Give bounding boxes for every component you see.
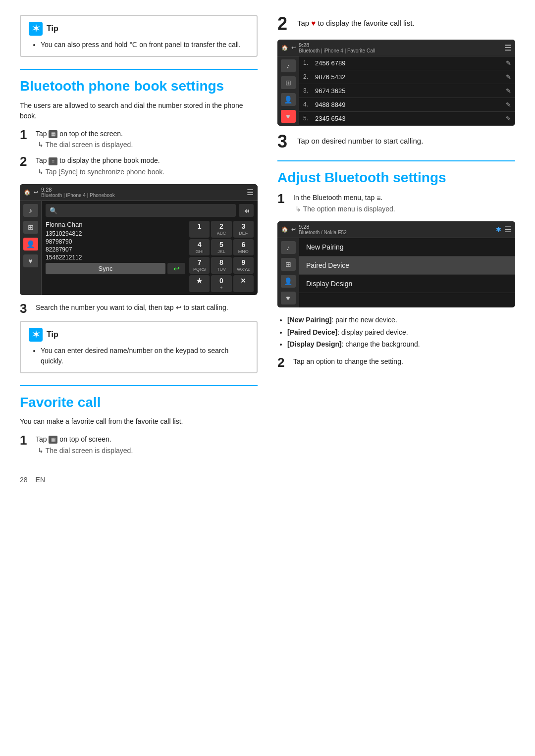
fav-entry-3-edit: ✎ bbox=[506, 87, 511, 95]
menu-icon-pb: ☰ bbox=[247, 188, 254, 197]
dial-icon: ▦ bbox=[49, 130, 57, 138]
tip-box-top: ✶ Tip You can also press and hold ℃ on f… bbox=[20, 15, 258, 57]
dial-icon-fav: ▦ bbox=[49, 436, 57, 444]
phonebook-screen-title-block: 9:28 Bluetooth | iPhone 4 | Phonebook bbox=[41, 187, 115, 198]
phonebook-screen-header: 🏠 ↩ 9:28 Bluetooth | iPhone 4 | Phoneboo… bbox=[20, 184, 258, 201]
key-star[interactable]: ★ bbox=[189, 275, 210, 292]
fav-menu-icon: ☰ bbox=[504, 43, 511, 52]
phonebook-heading: Bluetooth phone book settings bbox=[20, 78, 258, 95]
fav-entry-4-num: 4. bbox=[303, 101, 311, 108]
left-column: ✶ Tip You can also press and hold ℃ on f… bbox=[20, 15, 258, 484]
bt-step1-main: In the Bluetooth menu, tap ≡. bbox=[293, 192, 395, 203]
phonebook-main-area: 🔍 ⏮ Fionna Chan 13510294812 98798790 822… bbox=[42, 201, 258, 295]
phonebook-step1-sub: ↳ The dial screen is displayed. bbox=[36, 139, 133, 150]
page-footer: 28 EN bbox=[20, 476, 258, 484]
right-step3-text: Tap on desired number to start calling. bbox=[297, 137, 423, 145]
key-8[interactable]: 8TUV bbox=[211, 257, 231, 274]
tip-body-bottom: You can enter desired name/number on the… bbox=[29, 346, 249, 366]
bt-bullet-new-pairing: [New Pairing]: pair the new device. bbox=[287, 314, 515, 325]
bt-menu-icon: ☰ bbox=[504, 225, 511, 234]
phonebook-search-row: 🔍 ⏮ bbox=[46, 204, 254, 217]
phonebook-step2-number: 2 bbox=[20, 155, 31, 168]
tip-header-top: ✶ Tip bbox=[29, 22, 249, 36]
key-5[interactable]: 5JKL bbox=[211, 239, 231, 256]
fav-entry-3-num: 3. bbox=[303, 87, 311, 95]
phonebook-step3-main: Search the number you want to dial, then… bbox=[36, 302, 228, 313]
phonebook-content-area: Fionna Chan 13510294812 98798790 8228790… bbox=[46, 221, 254, 292]
key-4[interactable]: 4GHI bbox=[189, 239, 210, 256]
favorite-step1-sub: ↳ The dial screen is displayed. bbox=[36, 445, 133, 456]
fav-back-icon: ↩ bbox=[291, 45, 296, 51]
bt-menu-new-pairing[interactable]: New Pairing bbox=[299, 238, 515, 256]
phonebook-screen-title: Bluetooth | iPhone 4 | Phonebook bbox=[41, 193, 115, 198]
fav-time: 9:28 bbox=[299, 42, 375, 48]
phonebook-step1: 1 Tap ▦ on top of the screen. ↳ The dial… bbox=[20, 128, 258, 151]
tip-label-bottom: Tip bbox=[47, 330, 58, 339]
fav-entry-3: 3. 9674 3625 ✎ bbox=[299, 84, 515, 98]
fav-sidebar-contact: 👤 bbox=[281, 93, 296, 106]
call-button[interactable]: ↩ bbox=[167, 263, 185, 274]
fav-sidebar-heart: ♥ bbox=[281, 110, 296, 123]
key-6[interactable]: 6MNO bbox=[233, 239, 254, 256]
favorite-screen: 🏠 ↩ 9:28 Bluetooth | iPhone 4 | Favorite… bbox=[277, 40, 515, 126]
phonebook-step2: 2 Tap ≡ to display the phone book mode. … bbox=[20, 155, 258, 177]
right-step2: 2 Tap ♥ to display the favorite call lis… bbox=[277, 15, 515, 33]
phonebook-step3-number: 3 bbox=[20, 302, 31, 315]
key-2[interactable]: 2ABC bbox=[211, 221, 231, 238]
phonebook-bottom-row: Sync ↩ bbox=[46, 263, 185, 274]
fav-home-icon: 🏠 bbox=[281, 45, 288, 51]
contact-name-1: Fionna Chan bbox=[46, 221, 185, 228]
bt-header-right: ✱ ☰ bbox=[496, 225, 511, 234]
sidebar-contact-icon: 👤 bbox=[23, 238, 38, 251]
fav-title-block: 9:28 Bluetooth | iPhone 4 | Favorite Cal… bbox=[299, 42, 375, 53]
bluetooth-heading: Adjust Bluetooth settings bbox=[277, 169, 515, 186]
fav-entry-1-number: 2456 6789 bbox=[315, 59, 345, 67]
fav-sidebar-music: ♪ bbox=[281, 59, 296, 72]
key-9[interactable]: 9WXYZ bbox=[233, 257, 254, 274]
phonebook-screen: 🏠 ↩ 9:28 Bluetooth | iPhone 4 | Phoneboo… bbox=[20, 184, 258, 295]
phonebook-number-1: 13510294812 bbox=[46, 230, 185, 237]
fav-body-area: ♪ ⊞ 👤 ♥ 1. 2456 6789 ✎ 2. bbox=[277, 56, 515, 126]
phonebook-search-box: 🔍 bbox=[46, 204, 236, 217]
phonebook-back-btn: ⏮ bbox=[239, 204, 254, 217]
tip-text-top: You can also press and hold ℃ on front p… bbox=[41, 40, 249, 50]
favorite-heading: Favorite call bbox=[20, 394, 258, 411]
key-1[interactable]: 1 bbox=[189, 221, 210, 238]
tip-star-icon: ✶ bbox=[29, 22, 43, 36]
phonebook-step1-number: 1 bbox=[20, 128, 31, 141]
fav-entry-1-num: 1. bbox=[303, 59, 311, 67]
fav-entry-1-edit: ✎ bbox=[506, 59, 511, 67]
bt-settings-screen: 🏠 ↩ 9:28 Bluetooth / Nokia E52 ✱ ☰ ♪ ⊞ 👤 bbox=[277, 221, 515, 307]
bt-step1-content: In the Bluetooth menu, tap ≡. ↳ The opti… bbox=[293, 192, 395, 215]
key-delete[interactable]: ✕ bbox=[233, 275, 254, 292]
phonebook-numbers: 13510294812 98798790 82287907 1546221211… bbox=[46, 230, 185, 261]
bt-sidebar-music: ♪ bbox=[281, 241, 296, 254]
bt-sidebar-heart: ♥ bbox=[281, 292, 296, 304]
phonebook-body-area: ♪ ⊞ 👤 ♥ 🔍 ⏮ Fionna Chan bbox=[20, 201, 258, 295]
phonebook-body: The users are allowed to search and dial… bbox=[20, 101, 258, 121]
fav-entry-1-left: 1. 2456 6789 bbox=[303, 59, 345, 67]
key-3[interactable]: 3DEF bbox=[233, 221, 254, 238]
bt-bullets: [New Pairing]: pair the new device. [Pai… bbox=[277, 314, 515, 350]
fav-title: Bluetooth | iPhone 4 | Favorite Call bbox=[299, 48, 375, 53]
fav-entry-1: 1. 2456 6789 ✎ bbox=[299, 56, 515, 70]
right-step2-content: Tap ♥ to display the favorite call list. bbox=[297, 15, 415, 29]
fav-entry-2-left: 2. 9876 5432 bbox=[303, 73, 345, 81]
bt-menu-display-design[interactable]: Display Design bbox=[299, 275, 515, 293]
tip-box-bottom: ✶ Tip You can enter desired name/number … bbox=[20, 321, 258, 373]
bt-back-icon: ↩ bbox=[291, 226, 296, 233]
bt-step2: 2 Tap an option to change the setting. bbox=[277, 356, 515, 369]
bt-bluetooth-icon: ✱ bbox=[496, 226, 501, 233]
fav-main-area: 1. 2456 6789 ✎ 2. 9876 5432 ✎ bbox=[299, 56, 515, 126]
sync-button[interactable]: Sync bbox=[46, 263, 165, 274]
divider-phonebook bbox=[20, 69, 258, 70]
phonebook-step1-content: Tap ▦ on top of the screen. ↳ The dial s… bbox=[36, 128, 133, 151]
bt-menu-paired-device[interactable]: Paired Device bbox=[299, 256, 515, 275]
fav-header-left: 🏠 ↩ 9:28 Bluetooth | iPhone 4 | Favorite… bbox=[281, 42, 375, 53]
key-7[interactable]: 7PQRS bbox=[189, 257, 210, 274]
fav-entry-5-edit: ✎ bbox=[506, 115, 511, 122]
key-0[interactable]: 0+ bbox=[211, 275, 231, 292]
right-step3-content: Tap on desired number to start calling. bbox=[297, 133, 423, 147]
fav-entry-3-number: 9674 3625 bbox=[315, 87, 345, 95]
fav-screen-header: 🏠 ↩ 9:28 Bluetooth | iPhone 4 | Favorite… bbox=[277, 40, 515, 56]
